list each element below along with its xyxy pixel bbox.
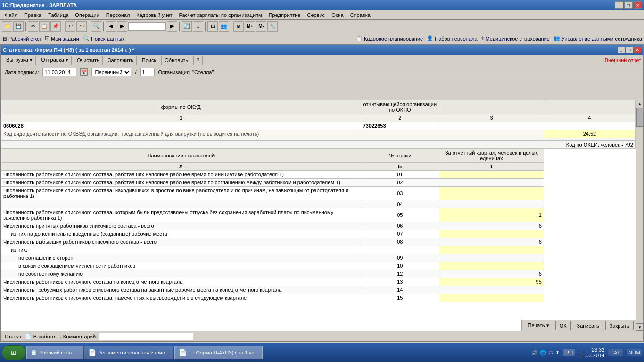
status-value: В работе [33, 334, 55, 339]
okved-value[interactable]: 24.52 [544, 130, 635, 138]
code-okud[interactable]: 0606028 [1, 122, 361, 130]
print-button[interactable]: Печать ▾ [524, 321, 553, 330]
toolbar-btn-paste[interactable]: 📌 [50, 21, 61, 32]
row-val-13[interactable]: 95 [439, 278, 544, 286]
quick-desktop[interactable]: 🖥 Рабочий стол [2, 35, 41, 41]
lang-indicator[interactable]: RU [563, 349, 575, 356]
date-input[interactable] [42, 68, 76, 76]
toolbar-btn-info[interactable]: ℹ [193, 21, 203, 32]
inner-maximize-button[interactable]: □ [626, 47, 633, 53]
comment-input[interactable] [99, 333, 193, 340]
quick-medical[interactable]: ⚕ Медицинское страхование [481, 35, 550, 41]
row-val-15[interactable] [439, 294, 544, 302]
menu-edit[interactable]: Правка [21, 12, 44, 18]
table-row: Численность требуемых работников списочн… [1, 286, 636, 294]
menu-service[interactable]: Сервис [304, 12, 328, 18]
menu-file[interactable]: Файл [2, 12, 20, 18]
start-button[interactable]: ⊞ [2, 345, 25, 360]
toolbar-btn-m[interactable]: M [233, 21, 244, 32]
main-table: формы по ОКУД отчитывающейся организации… [1, 100, 636, 302]
menu-payroll[interactable]: Расчет зарплаты по организациям [176, 12, 264, 18]
export-button[interactable]: Выгрузка ▾ [3, 56, 36, 65]
toolbar-btn-cut[interactable]: ✂ [28, 21, 38, 32]
menu-personal[interactable]: Персонал [103, 12, 133, 18]
code-okpo[interactable]: 73022653 [361, 122, 439, 130]
external-report-link[interactable]: Внешний отчет [605, 58, 641, 63]
refresh-button[interactable]: Обновить [161, 56, 191, 65]
scroll-down-button[interactable]: ▼ [636, 323, 644, 331]
row-val-09[interactable] [439, 254, 544, 262]
toolbar-btn-nav-fwd[interactable]: ▶ [117, 21, 127, 32]
calendar-button[interactable]: 📅 [80, 68, 88, 76]
tray-icon-3: 🛡 [548, 350, 553, 355]
taskbar-desktop[interactable]: 🖥 Рабочий стол [26, 346, 83, 359]
fill-button[interactable]: Заполнить [105, 56, 137, 65]
help-button[interactable]: ? [193, 56, 203, 65]
toolbar-btn-undo[interactable]: ↩ [65, 21, 75, 32]
quick-employee-data[interactable]: 👥 Управление данными сотрудника [553, 35, 642, 41]
close-button[interactable]: ✕ [634, 1, 642, 9]
menu-enterprise[interactable]: Предприятие [266, 12, 304, 18]
desktop-icon: 🖥 [2, 36, 7, 41]
taskbar-regl[interactable]: 📄 Регламентированная и фин... [84, 346, 173, 359]
menu-hr[interactable]: Кадровый учет [133, 12, 175, 18]
row-val-10[interactable] [439, 262, 544, 270]
toolbar-btn-1[interactable]: 📁 [2, 21, 12, 32]
code-col3[interactable] [439, 122, 544, 130]
row-val-07[interactable] [439, 230, 544, 238]
row-val-12[interactable]: 6 [439, 270, 544, 278]
ok-button[interactable]: ОК [555, 321, 571, 330]
taskbar-form[interactable]: 📄 ...: Форма П-4 (НЗ) ( за 1 кв... [174, 346, 263, 359]
table-row: Численность работников списочного состав… [1, 294, 636, 302]
toolbar-btn-refresh[interactable]: 🔄 [182, 21, 192, 32]
code-col4[interactable] [544, 122, 635, 130]
maximize-button[interactable]: □ [624, 1, 633, 9]
toolbar-btn-search[interactable]: 🔍 [91, 21, 101, 32]
row-val-04[interactable] [439, 200, 544, 208]
row-val-01[interactable] [439, 171, 544, 179]
quick-tasks[interactable]: ☑ Мои задачи [45, 35, 79, 41]
page-num-input[interactable] [140, 68, 155, 76]
toolbar-btn-redo[interactable]: ↪ [76, 21, 87, 32]
clock-date: 11.03.2014 [578, 353, 604, 358]
quick-hr-planning[interactable]: 📋 Кадровое планирование [356, 35, 423, 41]
toolbar-btn-copy[interactable]: 📋 [39, 21, 50, 32]
toolbar-btn-2[interactable]: 💾 [13, 21, 24, 32]
row-val-09h[interactable] [439, 246, 544, 254]
row-val-02[interactable] [439, 179, 544, 187]
row-val-14[interactable] [439, 286, 544, 294]
send-button[interactable]: Отправка ▾ [38, 56, 72, 65]
quick-search[interactable]: 🔍 Поиск данных [83, 35, 125, 41]
toolbar-search-input[interactable] [128, 22, 166, 31]
scroll-up-button[interactable]: ▲ [636, 100, 644, 107]
menu-operations[interactable]: Операции [72, 12, 102, 18]
row-val-06[interactable]: 6 [439, 222, 544, 230]
row-val-05[interactable]: 1 [439, 208, 544, 222]
menu-windows[interactable]: Окна [329, 12, 347, 18]
close-form-button[interactable]: Закрыть [605, 321, 634, 330]
type-select[interactable]: Первичный [91, 68, 131, 76]
menu-help[interactable]: Справка [347, 12, 373, 18]
quick-recruiting[interactable]: 👤 Набор персонала [427, 35, 477, 41]
toolbar-btn-users[interactable]: 👥 [219, 21, 229, 32]
inner-search-button[interactable]: Поиск [139, 56, 159, 65]
menu-table[interactable]: Таблица [45, 12, 71, 18]
row-val-08[interactable]: 6 [439, 238, 544, 246]
toolbar-btn-mplus[interactable]: M+ [245, 21, 255, 32]
num-3: 3 [439, 114, 544, 122]
save-button[interactable]: Записать [573, 321, 603, 330]
toolbar-btn-mminus[interactable]: M- [256, 21, 266, 32]
toolbar-btn-go[interactable]: ▶ [167, 21, 177, 32]
table-row: Численность работников списочного состав… [1, 179, 636, 187]
inner-minimize-button[interactable]: _ [618, 47, 625, 53]
content-area[interactable]: формы по ОКУД отчитывающейся организации… [1, 100, 636, 331]
toolbar-btn-nav-back[interactable]: ◀ [106, 21, 116, 32]
minimize-button[interactable]: _ [615, 1, 623, 9]
row-val-03[interactable] [439, 187, 544, 200]
toolbar-btn-extra[interactable]: 🔧 [267, 21, 278, 32]
toolbar-btn-grid[interactable]: ⊞ [207, 21, 218, 32]
vertical-scrollbar[interactable]: ▲ ▼ [636, 100, 643, 331]
inner-close-button[interactable]: ✕ [634, 47, 641, 53]
scroll-thumb[interactable] [636, 108, 643, 127]
clear-button[interactable]: Очистить [74, 56, 103, 65]
